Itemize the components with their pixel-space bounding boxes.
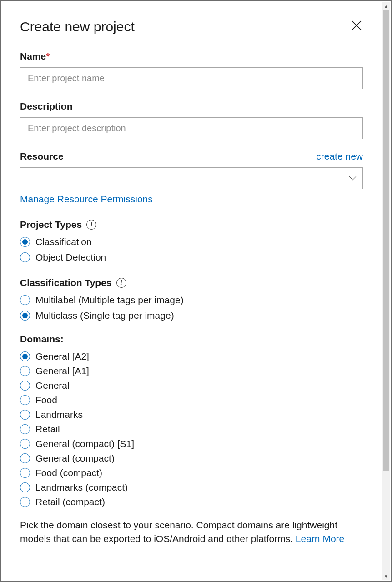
radio-icon: [20, 295, 30, 305]
radio-icon: [20, 395, 30, 405]
info-icon[interactable]: i: [86, 220, 96, 230]
domain-option[interactable]: General (compact) [S1]: [20, 438, 363, 449]
description-label: Description: [20, 101, 363, 112]
domain-option-label: Retail: [35, 424, 60, 435]
domain-option-label: General: [35, 380, 70, 391]
domains-helper-body: Pick the domain closest to your scenario…: [20, 520, 337, 544]
domain-option[interactable]: General [A2]: [20, 351, 363, 362]
radio-icon: [20, 252, 30, 262]
dialog-header: Create new project: [20, 19, 363, 35]
domain-option-label: Food (compact): [35, 467, 102, 478]
scroll-down-arrow-icon[interactable]: ▼: [382, 572, 390, 580]
radio-icon: [20, 482, 30, 492]
domain-option[interactable]: Landmarks: [20, 409, 363, 420]
resource-select[interactable]: [20, 167, 363, 189]
domain-option-label: Landmarks (compact): [35, 482, 128, 493]
vertical-scrollbar[interactable]: ▲ ▼: [382, 2, 390, 580]
domains-options: General [A2]General [A1]GeneralFoodLandm…: [20, 351, 363, 507]
resource-label: Resource: [20, 151, 64, 162]
domain-option-label: General (compact): [35, 453, 115, 464]
domain-option[interactable]: Retail: [20, 424, 363, 435]
domain-option-label: Retail (compact): [35, 497, 105, 507]
domains-header: Domains:: [20, 334, 363, 345]
classification-type-option-label: Multiclass (Single tag per image): [35, 310, 174, 321]
scroll-up-arrow-icon[interactable]: ▲: [382, 2, 390, 10]
domain-option-label: General (compact) [S1]: [35, 438, 134, 449]
radio-icon: [20, 311, 30, 321]
window-frame: Create new project Name* Description Res…: [0, 0, 392, 582]
domain-option-label: Landmarks: [35, 409, 83, 420]
required-indicator: *: [46, 51, 50, 61]
domain-option[interactable]: Retail (compact): [20, 497, 363, 507]
classification-type-option[interactable]: Multilabel (Multiple tags per image): [20, 295, 363, 306]
name-input[interactable]: [20, 67, 363, 89]
classification-type-option[interactable]: Multiclass (Single tag per image): [20, 310, 363, 321]
project-type-option[interactable]: Classification: [20, 236, 363, 247]
domain-option[interactable]: Landmarks (compact): [20, 482, 363, 493]
classification-type-option-label: Multilabel (Multiple tags per image): [35, 295, 184, 306]
radio-icon: [20, 351, 30, 361]
resource-header: Resource create new: [20, 151, 363, 162]
manage-resource-permissions-link[interactable]: Manage Resource Permissions: [20, 194, 153, 205]
radio-icon: [20, 453, 30, 463]
description-field-group: Description: [20, 101, 363, 139]
domain-option[interactable]: General [A1]: [20, 366, 363, 376]
domain-option[interactable]: General (compact): [20, 453, 363, 464]
description-input[interactable]: [20, 117, 363, 139]
project-types-label: Project Types: [20, 219, 82, 230]
name-label-text: Name: [20, 51, 46, 61]
domains-label: Domains:: [20, 334, 64, 345]
resource-field-group: Resource create new Manage Resource Perm…: [20, 151, 363, 205]
radio-icon: [20, 468, 30, 478]
domain-option[interactable]: Food: [20, 395, 363, 406]
resource-select-wrap: [20, 167, 363, 189]
domain-option-label: Food: [35, 395, 57, 406]
learn-more-link[interactable]: Learn More: [296, 533, 344, 544]
domain-option-label: General [A2]: [35, 351, 89, 362]
radio-icon: [20, 439, 30, 449]
radio-icon: [20, 366, 30, 376]
close-icon[interactable]: [350, 19, 363, 32]
domains-helper-text: Pick the domain closest to your scenario…: [20, 518, 363, 546]
radio-icon: [20, 237, 30, 247]
domain-option[interactable]: General: [20, 380, 363, 391]
project-types-options: ClassificationObject Detection: [20, 236, 363, 263]
create-project-dialog: Create new project Name* Description Res…: [2, 2, 381, 580]
classification-types-label: Classification Types: [20, 277, 112, 288]
scroll-track[interactable]: [382, 10, 390, 572]
create-new-resource-link[interactable]: create new: [316, 151, 363, 162]
name-field-group: Name*: [20, 51, 363, 89]
project-types-header: Project Types i: [20, 219, 363, 230]
project-type-option-label: Classification: [35, 236, 92, 247]
radio-icon: [20, 424, 30, 434]
info-icon[interactable]: i: [116, 278, 126, 288]
domain-option-label: General [A1]: [35, 366, 89, 376]
project-type-option[interactable]: Object Detection: [20, 252, 363, 263]
classification-types-header: Classification Types i: [20, 277, 363, 288]
radio-icon: [20, 410, 30, 420]
radio-icon: [20, 497, 30, 507]
classification-types-options: Multilabel (Multiple tags per image)Mult…: [20, 295, 363, 321]
project-type-option-label: Object Detection: [35, 252, 106, 263]
radio-icon: [20, 381, 30, 391]
domain-option[interactable]: Food (compact): [20, 467, 363, 478]
name-label: Name*: [20, 51, 363, 62]
scroll-thumb[interactable]: [383, 10, 389, 471]
dialog-title: Create new project: [20, 19, 135, 35]
